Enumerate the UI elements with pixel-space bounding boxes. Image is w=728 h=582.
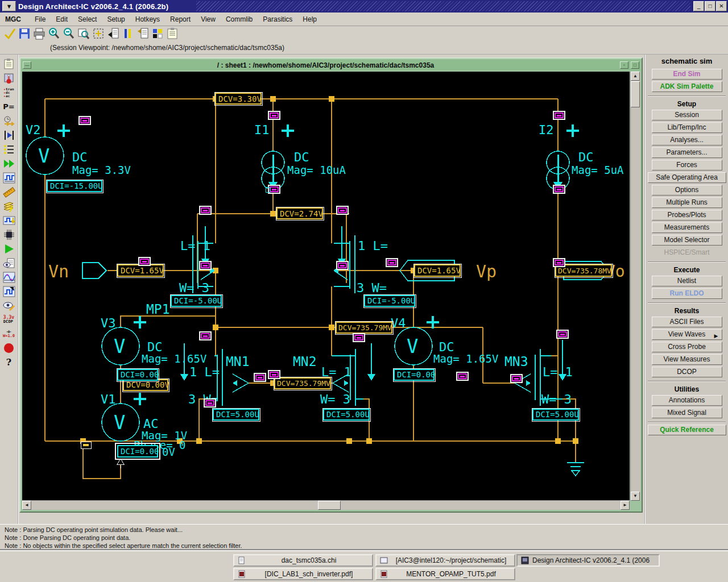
menu-setup[interactable]: Setup (102, 14, 130, 25)
scroll-up-icon[interactable]: ▲ (631, 72, 640, 81)
device-size-icon[interactable]: ⊣⊢W=1.0 (2, 327, 16, 341)
session-button[interactable]: Session (652, 110, 722, 120)
zoom-out-icon[interactable] (61, 27, 76, 40)
forces-icon[interactable] (2, 114, 16, 128)
open-sheet-icon[interactable] (106, 27, 120, 40)
hscroll-thumb[interactable] (318, 501, 341, 510)
ruler-icon[interactable] (2, 185, 16, 199)
dcop-3v3-icon[interactable]: 3.3vDCOP (2, 313, 16, 327)
divider (648, 422, 726, 423)
confirm-check-icon[interactable] (2, 27, 16, 40)
menu-mgc[interactable]: MGC (0, 14, 26, 25)
split-columns-icon[interactable] (121, 27, 135, 40)
help-icon[interactable]: ? (2, 355, 16, 369)
horizontal-scrollbar[interactable]: ◄ ► (22, 500, 630, 510)
menu-edit[interactable]: Edit (51, 14, 73, 25)
safe-operating-area-button[interactable]: Safe Operating Area (648, 172, 726, 183)
schematic-window-titlebar[interactable]: — / : sheet1 : /newhome/shome/AIC3/proje… (22, 60, 640, 70)
quick-reference-button[interactable]: Quick Reference (648, 425, 726, 435)
sheets-stack-icon[interactable] (2, 199, 16, 213)
view-fit-icon[interactable] (91, 27, 105, 40)
menu-hotkeys[interactable]: Hotkeys (130, 14, 165, 25)
maximize-button[interactable]: □ (705, 1, 715, 11)
zoom-in-icon[interactable] (47, 27, 61, 40)
adk-sim-palette-button[interactable]: ADK Sim Palette (652, 81, 722, 92)
limits-icon[interactable] (2, 128, 16, 142)
scroll-left-icon[interactable]: ◄ (22, 501, 31, 510)
report-clipboard-icon[interactable] (165, 27, 179, 40)
analyses-button[interactable]: Analyses... (652, 135, 722, 146)
sheet-restore-icon[interactable]: ▫ (620, 61, 628, 69)
svg-text:DCV=3.30V: DCV=3.30V (218, 94, 262, 103)
run-eldo-button[interactable]: Run ELDO (652, 288, 722, 299)
task-mentor-pdf[interactable]: MENTOR_OPAMP_TUT5.pdf (375, 568, 515, 580)
view-report-icon[interactable] (2, 256, 16, 270)
close-button[interactable]: ✕ (716, 1, 727, 11)
desktop-taskbar: dac_tsmc035a.chi [DIC_LAB1_sch_inverter.… (0, 550, 728, 582)
palette-grid-icon[interactable] (150, 27, 164, 40)
parameters-button[interactable]: Parameters... (652, 147, 722, 158)
task-dac-chi[interactable]: dac_tsmc035a.chi (233, 554, 373, 567)
window-menu-icon[interactable]: ▼ (2, 1, 16, 11)
svg-text:MN2: MN2 (293, 354, 317, 369)
vscroll-thumb[interactable] (631, 81, 640, 107)
measurements-button[interactable]: Measurements (652, 222, 722, 233)
sheet-minimize-icon[interactable]: — (23, 61, 31, 69)
schematic-canvas[interactable]: V2 DC Mag= 3.3V I1 DC Mag= 10uA I2 DC Ma… (22, 72, 630, 501)
view-waves-button[interactable]: View Waves▶ (652, 329, 722, 340)
menu-parasitics[interactable]: Parasitics (258, 14, 297, 25)
mixed-signal-button[interactable]: Mixed Signal (652, 408, 722, 418)
run-icon[interactable] (2, 242, 16, 256)
multiple-runs-button[interactable]: Multiple Runs (652, 197, 722, 208)
view-measures-button[interactable]: View Measures (652, 354, 722, 365)
report-icon[interactable] (2, 57, 16, 71)
list-icon[interactable] (2, 142, 16, 156)
cross-probe-button[interactable]: Cross Probe (652, 342, 722, 352)
svg-text:MP1: MP1 (146, 302, 170, 317)
svg-text:W= 3: W= 3 (179, 281, 209, 295)
temperature-icon[interactable] (2, 71, 16, 85)
svg-text:DC: DC (72, 150, 88, 164)
annotations-button[interactable]: Annotations (652, 395, 722, 406)
sheet-maximize-icon[interactable]: □ (631, 61, 639, 69)
parameters-icon[interactable]: P= (2, 99, 16, 114)
menu-commlib[interactable]: Commlib (221, 14, 258, 25)
analyses-tran-dc-ac-icon[interactable]: ▸tran▸dc▸ac (2, 85, 16, 99)
options-button[interactable]: Options (652, 185, 722, 196)
end-sim-button[interactable]: End Sim (652, 69, 722, 80)
vertical-scrollbar[interactable]: ▲ ▼ (630, 72, 640, 501)
print-icon[interactable] (32, 27, 46, 40)
task-dic-lab1-pdf[interactable]: [DIC_LAB1_sch_inverter.pdf] (233, 568, 373, 580)
task-design-architect[interactable]: Design Architect-IC v2006.2_4.1 (2006 (516, 554, 660, 567)
zoom-area-icon[interactable] (76, 27, 90, 40)
netlist-icon[interactable] (2, 227, 16, 242)
run-all-icon[interactable] (2, 156, 16, 171)
menu-select[interactable]: Select (73, 14, 102, 25)
forces-button[interactable]: Forces (652, 160, 722, 171)
minimize-button[interactable]: _ (693, 1, 704, 11)
menu-help[interactable]: Help (297, 14, 322, 25)
waveform-icon[interactable] (2, 171, 16, 185)
menu-view[interactable]: View (196, 14, 221, 25)
menu-report[interactable]: Report (165, 14, 196, 25)
task-terminal[interactable]: [AIC3@intel120:~/project/schematic] (375, 554, 515, 567)
stop-icon[interactable] (2, 341, 16, 355)
annotation-vdd: DCV=3.30V (214, 92, 262, 105)
scroll-down-icon[interactable]: ▼ (631, 492, 640, 501)
view-waves-icon[interactable] (2, 270, 16, 284)
netlist-button[interactable]: Netlist (652, 276, 722, 286)
probes-plots-button[interactable]: Probes/Plots (652, 210, 722, 221)
dcop-button[interactable]: DCOP (652, 367, 722, 377)
save-icon[interactable] (17, 27, 31, 40)
annotate-icon[interactable] (2, 298, 16, 313)
lib-temp-inc-button[interactable]: Lib/Temp/Inc (652, 122, 722, 133)
wave-probe-icon[interactable] (2, 284, 16, 298)
ascii-files-button[interactable]: ASCII Files (652, 317, 722, 327)
annotation-v3-dci: DCI=0.00 (117, 368, 159, 381)
svg-text:3 W=: 3 W= (357, 281, 387, 295)
check-sheet-icon[interactable] (135, 27, 150, 40)
wave-export-icon[interactable] (2, 213, 16, 227)
menu-file[interactable]: File (30, 14, 51, 25)
model-selector-button[interactable]: Model Selector (652, 235, 722, 246)
scroll-right-icon[interactable]: ► (621, 501, 630, 510)
